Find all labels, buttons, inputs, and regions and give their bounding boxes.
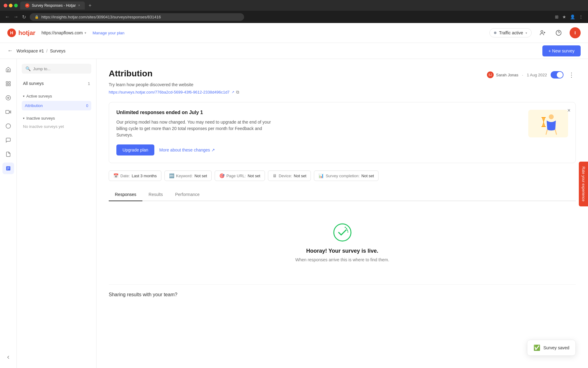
breadcrumb-back-button[interactable]: ← xyxy=(7,48,13,54)
site-url-chevron-icon: ▾ xyxy=(85,31,86,35)
traffic-chevron-icon: ▾ xyxy=(526,31,527,35)
empty-state-title: Hooray! Your survey is live. xyxy=(306,248,378,254)
tab-results[interactable]: Results xyxy=(142,188,169,201)
empty-state-subtitle: When responses arrive this is where to f… xyxy=(295,257,389,262)
active-surveys-chevron-icon: ▾ xyxy=(23,94,24,98)
page-url-filter[interactable]: 🎯 Page URL: Not set xyxy=(215,171,265,181)
search-icon: 🔍 xyxy=(25,66,31,71)
attribution-sidebar-item[interactable]: Attribution 0 xyxy=(22,101,91,110)
traffic-status-label: Traffic active xyxy=(499,30,523,35)
completion-filter[interactable]: 📊 Survey completion: Not set xyxy=(314,171,379,181)
completion-icon: 📊 xyxy=(318,173,324,178)
hotjar-logo-icon: H xyxy=(7,29,16,37)
active-surveys-header[interactable]: ▾ Active surveys xyxy=(22,92,91,100)
tab-title: Survey Responses - Hotjar xyxy=(32,3,76,8)
all-surveys-row[interactable]: All surveys 1 xyxy=(22,79,91,88)
inactive-surveys-chevron-icon: ▾ xyxy=(23,117,24,120)
nav-recordings-button[interactable] xyxy=(2,106,14,118)
tab-performance[interactable]: Performance xyxy=(169,188,206,201)
inactive-surveys-section: ▾ Inactive surveys No inactive surveys y… xyxy=(22,114,91,131)
all-surveys-count: 1 xyxy=(88,81,90,86)
nav-feedback-button[interactable] xyxy=(2,134,14,146)
svg-rect-14 xyxy=(6,110,9,114)
empty-state: Hooray! Your survey is live. When respon… xyxy=(109,211,576,274)
nav-notes-button[interactable] xyxy=(2,148,14,160)
svg-marker-13 xyxy=(9,111,11,113)
illustration-svg xyxy=(534,111,562,136)
survey-author: SJ Sarah Jonas xyxy=(487,71,518,78)
toggle-thumb xyxy=(557,72,563,78)
menu-icon[interactable]: ⋮ xyxy=(579,14,583,19)
breadcrumb-surveys[interactable]: Surveys xyxy=(50,48,66,53)
traffic-status-button[interactable]: Traffic active ▾ xyxy=(489,28,532,37)
refresh-button[interactable]: ↻ xyxy=(22,14,26,20)
close-dot[interactable] xyxy=(4,4,7,7)
active-surveys-label: Active surveys xyxy=(26,94,52,98)
content-tabs: Responses Results Performance xyxy=(109,188,576,201)
new-tab-button[interactable]: + xyxy=(89,3,91,8)
manage-plan-link[interactable]: Manage your plan xyxy=(92,31,124,35)
external-link-icon[interactable]: ↗ xyxy=(232,90,234,94)
nav-right: Traffic active ▾ I xyxy=(489,27,581,38)
nav-surveys-button[interactable] xyxy=(2,163,14,174)
author-avatar: SJ xyxy=(487,71,494,78)
banner-close-button[interactable]: × xyxy=(567,107,571,114)
survey-header-right: SJ Sarah Jonas · 1 Aug 2022 ⋮ xyxy=(487,70,576,80)
nav-dashboard-button[interactable] xyxy=(2,78,14,90)
survey-date-text: 1 Aug 2022 xyxy=(527,73,547,77)
inactive-surveys-header[interactable]: ▾ Inactive surveys xyxy=(22,114,91,122)
device-icon: 🖥 xyxy=(273,173,277,178)
browser-chrome: H Survey Responses - Hotjar × + xyxy=(0,0,588,11)
sidebar-search[interactable]: 🔍 xyxy=(22,64,91,74)
site-url[interactable]: https://snapflows.com ▾ xyxy=(42,30,87,35)
breadcrumb-separator: / xyxy=(46,48,47,53)
back-button[interactable]: ← xyxy=(5,14,10,20)
survey-url: https://surveys.hotjar.com/776ba2cd-5699… xyxy=(109,90,576,95)
nav-home-button[interactable] xyxy=(2,64,14,75)
survey-header: Attribution SJ Sarah Jonas · 1 Aug 2022 … xyxy=(109,69,576,80)
nav-tracking-button[interactable] xyxy=(2,92,14,104)
more-changes-link[interactable]: More about these changes ↗ xyxy=(159,148,215,152)
sharing-title: Sharing results with your team? xyxy=(109,292,576,297)
copy-url-button[interactable]: ⧉ xyxy=(236,90,239,95)
browser-dots xyxy=(4,4,18,7)
address-bar-input[interactable]: 🔒 https://insights.hotjar.com/sites/3090… xyxy=(30,13,244,21)
svg-point-11 xyxy=(6,96,11,100)
bookmark-icon[interactable]: ★ xyxy=(562,14,566,19)
date-filter[interactable]: 📅 Date: Last 3 months xyxy=(109,171,161,181)
search-input[interactable] xyxy=(33,67,88,71)
filters-row: 📅 Date: Last 3 months 🔤 Keyword: Not set… xyxy=(109,171,576,181)
svg-rect-8 xyxy=(9,82,10,83)
user-avatar[interactable]: I xyxy=(570,27,581,38)
add-user-button[interactable] xyxy=(538,28,548,38)
tab-responses[interactable]: Responses xyxy=(109,188,142,201)
forward-button[interactable]: → xyxy=(13,14,18,20)
minimize-dot[interactable] xyxy=(9,4,13,7)
inactive-surveys-label: Inactive surveys xyxy=(26,116,55,121)
survey-url-link[interactable]: https://surveys.hotjar.com/776ba2cd-5699… xyxy=(109,90,230,94)
survey-more-button[interactable]: ⋮ xyxy=(567,70,576,80)
device-filter[interactable]: 🖥 Device: Not set xyxy=(268,171,311,181)
extensions-icon[interactable]: ⊞ xyxy=(555,14,559,19)
new-survey-button[interactable]: + New survey xyxy=(542,45,581,56)
calendar-icon: 📅 xyxy=(113,173,119,178)
banner-illustration xyxy=(528,110,568,137)
rate-experience-label: Rate your experience xyxy=(581,167,586,201)
nav-heatmaps-button[interactable] xyxy=(2,120,14,132)
all-surveys-label: All surveys xyxy=(23,81,44,86)
upgrade-plan-button[interactable]: Upgrade plan xyxy=(116,144,154,155)
maximize-dot[interactable] xyxy=(14,4,18,7)
keyword-filter[interactable]: 🔤 Keyword: Not set xyxy=(164,171,212,181)
traffic-dot-icon xyxy=(494,32,496,34)
breadcrumb-workspace[interactable]: Workspace #1 xyxy=(17,48,44,53)
hotjar-logo[interactable]: H hotjar xyxy=(7,29,36,37)
nav-collapse-button[interactable] xyxy=(2,351,14,363)
survey-active-toggle[interactable] xyxy=(551,71,564,79)
rate-experience-button[interactable]: Rate your experience xyxy=(579,162,588,206)
toast-label: Survey saved xyxy=(543,345,569,350)
help-button[interactable] xyxy=(554,28,564,38)
tab-close-button[interactable]: × xyxy=(78,4,80,7)
svg-point-12 xyxy=(8,97,9,99)
browser-tab[interactable]: H Survey Responses - Hotjar × xyxy=(20,2,85,10)
profile-icon[interactable]: 👤 xyxy=(570,14,575,19)
